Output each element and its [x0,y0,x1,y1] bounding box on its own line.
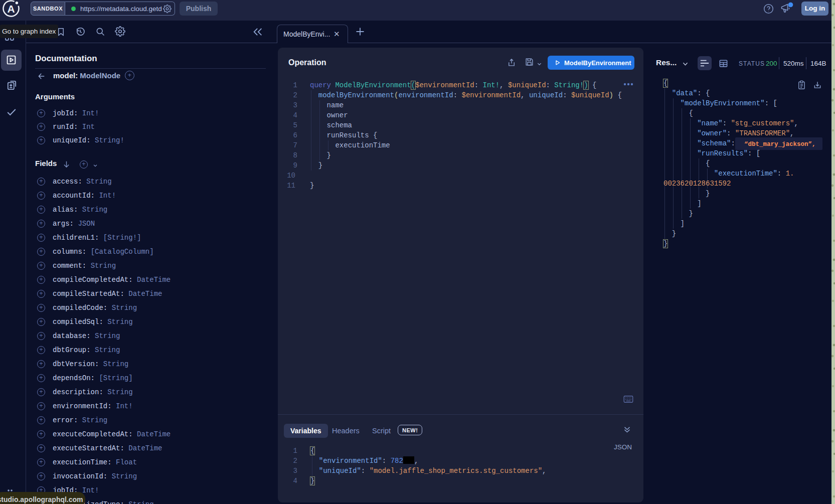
svg-text:A: A [7,3,15,15]
